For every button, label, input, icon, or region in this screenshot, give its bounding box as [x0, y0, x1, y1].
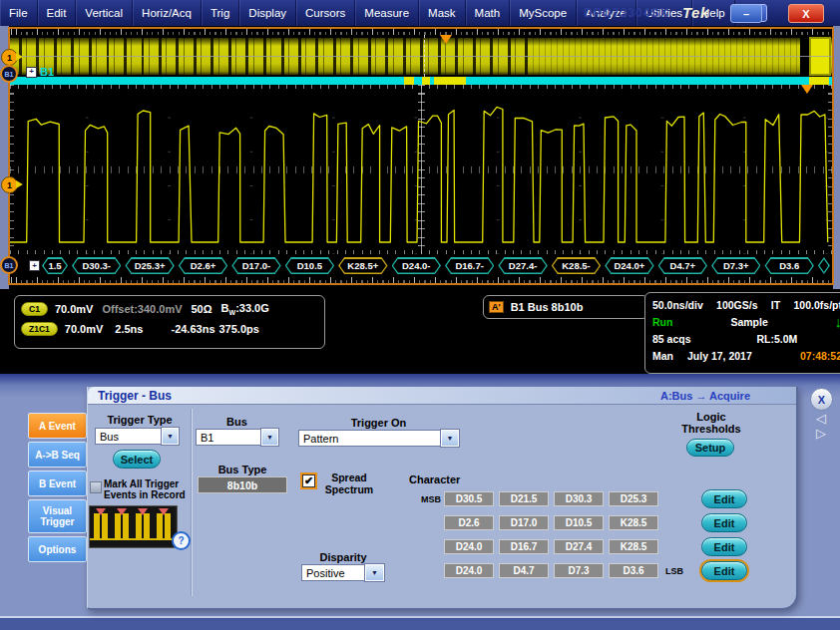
bus-dropdown[interactable]: B1 ▼	[196, 429, 278, 446]
disparity-dropdown[interactable]: Positive ▼	[301, 564, 384, 581]
edit-button-row1[interactable]: Edit	[701, 489, 747, 508]
bus1-track-badge[interactable]: B1	[0, 256, 18, 274]
dropdown-arrow-icon[interactable]: ▼	[162, 428, 179, 445]
tab-a-b-seq[interactable]: A->B Seq	[28, 442, 87, 468]
character-value[interactable]: D10.5	[554, 515, 604, 530]
character-value[interactable]: D2.6	[444, 515, 494, 530]
bottom-ruler	[10, 277, 832, 283]
nav-right-icon[interactable]: ▷	[816, 427, 826, 440]
menu-bar: FileEditVerticalHoriz/AcqTrigDisplayCurs…	[0, 0, 840, 26]
bus-handle[interactable]: + 1.5	[12, 257, 68, 274]
disparity-value: Positive	[301, 564, 365, 581]
waveform-overview[interactable]	[10, 35, 832, 77]
select-button[interactable]: Select	[113, 450, 161, 469]
edit-button-row2[interactable]: Edit	[701, 513, 747, 532]
record-length: RL:5.0M	[757, 333, 798, 345]
character-value[interactable]: D27.4	[554, 539, 604, 554]
zoom-window-edge[interactable]	[424, 35, 425, 77]
character-value[interactable]: D4.7	[499, 563, 549, 578]
edit-button-row3[interactable]: Edit	[701, 537, 747, 556]
trigger-type-value: Bus	[95, 428, 162, 445]
bus-value: D3.6	[764, 257, 813, 274]
trigger-source-label: B1 Bus 8b10b	[511, 301, 584, 313]
character-value[interactable]: D21.5	[499, 491, 549, 506]
menu-trig[interactable]: Trig	[202, 0, 239, 26]
menu-mask[interactable]: Mask	[419, 0, 465, 26]
nav-left-icon[interactable]: ◁	[816, 412, 826, 425]
trigger-readout-box[interactable]: A' B1 Bus 8b10b	[483, 295, 648, 319]
character-value[interactable]: D25.3	[609, 491, 658, 506]
expand-plus-icon[interactable]: +	[29, 260, 40, 271]
character-value[interactable]: D30.3	[554, 491, 604, 506]
bus-value: D16.7-	[445, 257, 494, 274]
edit-button-row4[interactable]: Edit	[701, 561, 747, 580]
bus1-overview-label[interactable]: + B1	[26, 66, 54, 78]
bus-match-segment	[809, 77, 829, 85]
menu-edit[interactable]: Edit	[38, 0, 77, 26]
character-value[interactable]: K28.5	[609, 539, 658, 554]
bus1-overview-badge[interactable]: B1	[0, 65, 18, 83]
trigger-on-dropdown[interactable]: Pattern ▼	[298, 430, 459, 447]
timebase: 50.0ns/div	[652, 299, 703, 311]
menu-horiz-acq[interactable]: Horiz/Acq	[133, 0, 202, 26]
horizontal-readout-box[interactable]: 50.0ns/div 100GS/s IT 100.0fs/pt Run Sam…	[644, 292, 840, 374]
character-value[interactable]: D24.0	[444, 539, 494, 554]
column-divider	[191, 409, 192, 596]
c1-offset: Offset:340.0mV	[102, 303, 182, 315]
bus-value: D25.3+	[125, 257, 174, 274]
dropdown-arrow-icon[interactable]: ▼	[365, 564, 384, 581]
menu-display[interactable]: Display	[239, 0, 296, 26]
character-value[interactable]: D16.7	[499, 539, 549, 554]
tab-a-event[interactable]: A Event	[28, 413, 87, 439]
mark-all-checkbox[interactable]	[90, 481, 102, 493]
waveform-window: + 1.5 D30.3-D25.3+D2.6+D17.0-D10.5K28.5+…	[8, 27, 834, 285]
expand-plus-icon[interactable]: +	[26, 67, 37, 78]
channel1-main-arrow-icon	[16, 180, 23, 188]
help-icon[interactable]: ?	[172, 531, 191, 550]
dropdown-arrow-icon[interactable]: ▼	[261, 429, 278, 446]
character-value[interactable]: D3.6	[609, 563, 658, 578]
trigger-type-label: Trigger Type	[92, 414, 188, 426]
dialog-titlebar[interactable]: Trigger - Bus A:Bus → Acquire	[88, 387, 796, 405]
resolution: 100.0fs/pt	[794, 299, 840, 311]
trigger-events-preview-image	[90, 506, 175, 545]
menu-myscope[interactable]: MyScope	[510, 0, 577, 26]
channel-readout-box[interactable]: C1 70.0mV Offset:340.0mV 50Ω BW:33.0G Z1…	[14, 295, 325, 349]
trigger-type-dropdown[interactable]: Bus ▼	[95, 428, 179, 445]
setup-button[interactable]: Setup	[686, 439, 734, 457]
character-value[interactable]: D24.0	[444, 563, 494, 578]
trigger-on-value: Pattern	[298, 430, 441, 447]
character-value[interactable]: D30.5	[444, 491, 494, 506]
close-button[interactable]: X	[788, 4, 824, 23]
character-value[interactable]: D17.0	[499, 515, 549, 530]
channel1-overview-arrow-icon	[16, 53, 23, 61]
tab-b-event[interactable]: B Event	[28, 471, 87, 496]
dialog-close-button[interactable]: X	[810, 388, 833, 411]
z1-position: -24.63ns	[171, 323, 214, 335]
menu-cursors[interactable]: Cursors	[296, 0, 355, 26]
lsb-label: LSB	[663, 566, 693, 576]
bus-value: D30.3-	[72, 257, 121, 274]
minimize-button[interactable]: –	[730, 4, 762, 23]
mark-all-label: Mark All Trigger Events in Record	[104, 478, 192, 500]
bus-overview-bar[interactable]	[10, 77, 832, 85]
trigger-position-marker-icon[interactable]	[440, 35, 452, 44]
trigger-level-marker-icon[interactable]	[801, 85, 813, 94]
tab-options[interactable]: Options	[28, 536, 87, 562]
menu-file[interactable]: File	[0, 0, 38, 26]
trigger-on-label: Trigger On	[298, 417, 459, 429]
bus-decode-track: + 1.5 D30.3-D25.3+D2.6+D17.0-D10.5K28.5+…	[10, 254, 832, 277]
menu-math[interactable]: Math	[466, 0, 511, 26]
character-value[interactable]: D7.3	[554, 563, 604, 578]
menu-vertical[interactable]: Vertical	[76, 0, 133, 26]
menu-measure[interactable]: Measure	[355, 0, 419, 26]
tab-visual-trigger[interactable]: Visual Trigger	[28, 499, 87, 533]
date-label: July 17, 2017	[687, 350, 752, 362]
character-value[interactable]: K28.5	[609, 515, 658, 530]
main-graticule[interactable]	[10, 85, 832, 254]
bus-value: D24.0+	[605, 257, 653, 274]
spread-spectrum-checkbox[interactable]: ✔	[302, 474, 315, 487]
trigger-bus-dialog: Trigger - Bus A:Bus → Acquire Trigger Ty…	[87, 387, 798, 610]
character-grid: MSBD30.5D21.5D30.3D25.3EditD2.6D17.0D10.…	[417, 489, 747, 585]
dropdown-arrow-icon[interactable]: ▼	[441, 430, 459, 447]
